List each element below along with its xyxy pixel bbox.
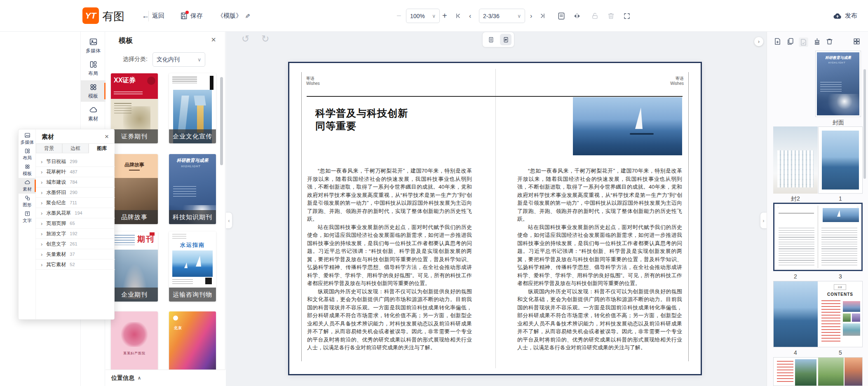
page-spread[interactable]: 寄语 Wishes 寄语 Wishes 科学普及与科技创新 同等重要 “忽如一夜…	[288, 62, 702, 375]
asset-category-row[interactable]: ›水墨风花草194	[36, 208, 115, 218]
category-label: 选择分类:	[123, 56, 148, 63]
collapse-right-panel-button[interactable]: ›	[754, 37, 763, 46]
article-paragraph: “忽如一夜春风来，千树万树梨花开”，建国70年来，特别是改革开放以来，随着我国经…	[307, 167, 472, 223]
publish-cloud-icon	[833, 12, 842, 21]
last-page-button[interactable]	[539, 0, 546, 32]
assets-rail-item-templates[interactable]: 模板	[19, 162, 36, 178]
text-lines-placeholder	[172, 234, 186, 239]
sailboat-image[interactable]	[573, 97, 682, 155]
page-thumbnail-cover[interactable]: 科研教育与成果 HIGHLIGHT	[815, 51, 861, 117]
layout-icon	[24, 148, 30, 154]
undo-icon[interactable]: ↺	[242, 34, 249, 44]
article-column-right[interactable]: “忽如一夜春风来，千树万树梨花开”，建国70年来，特别是改革开放以来，随着我国经…	[517, 167, 682, 352]
single-page-view-button[interactable]	[485, 34, 497, 45]
save-button[interactable]: 保存	[180, 0, 203, 32]
article-title[interactable]: 科学普及与科技创新 同等重要	[315, 107, 408, 132]
lock-icon[interactable]	[591, 0, 599, 32]
expand-right-panel-handle[interactable]: ›	[760, 212, 767, 229]
asset-category-row[interactable]: ›矢量素材37	[36, 249, 115, 260]
asset-category-row[interactable]: ›其它素材52	[36, 260, 115, 270]
back-button[interactable]: ← 返回	[142, 0, 164, 32]
assets-rail-item-shapes[interactable]: 图形	[19, 194, 36, 209]
tab-borders[interactable]: 边框	[62, 143, 89, 153]
edit-title-icon[interactable]: ✎	[244, 13, 251, 19]
template-card-brand-story[interactable]: 品牌故事 品牌故事	[111, 154, 158, 224]
asset-category-row[interactable]: ›水墨怀旧290	[36, 187, 115, 198]
asset-category-row[interactable]: ›聚会纪念711	[36, 198, 115, 208]
tab-gallery[interactable]: 图库	[89, 143, 115, 153]
template-card-corporate-culture[interactable]: 企业文化宣传	[169, 73, 216, 143]
delete-page-button[interactable]	[826, 37, 833, 45]
template-card-shipping-guide[interactable]: 水运指南 运输咨询刊物	[169, 232, 216, 302]
pages-panel-scrollbar[interactable]	[863, 69, 866, 179]
toc-photo	[843, 323, 860, 336]
assets-rail-item-layout[interactable]: 布局	[19, 147, 36, 162]
prev-page-button[interactable]: ‹	[469, 0, 471, 32]
header-cn: 寄语	[670, 76, 684, 81]
cover-underline	[129, 170, 140, 171]
right-page-header[interactable]: 寄语 Wishes	[670, 76, 684, 86]
zoom-in-button[interactable]: +	[442, 0, 447, 32]
page-indicator-select[interactable]: 2-3/36 ∨	[479, 9, 525, 23]
close-icon[interactable]: ×	[211, 35, 216, 44]
clear-page-button[interactable]	[813, 37, 821, 45]
add-page-button[interactable]	[774, 37, 781, 45]
page-view-toggle	[482, 32, 514, 47]
left-page-header[interactable]: 寄语 Wishes	[306, 76, 320, 86]
page-settings-icon[interactable]	[557, 0, 565, 32]
duplicate-page-button[interactable]	[786, 37, 794, 45]
asset-category-row[interactable]: ›旅游文字192	[36, 229, 115, 239]
cover-subtitle: HIGHLIGHT	[817, 61, 857, 64]
first-page-button[interactable]	[455, 0, 462, 32]
assets-rail-item-assets[interactable]: 素材	[19, 178, 36, 194]
template-card-beijing[interactable]: 北京	[169, 311, 216, 370]
close-icon[interactable]: ×	[105, 133, 109, 140]
templates-icon	[24, 164, 30, 170]
page-thumbnail-4-5[interactable]: 目录 CONTENTS	[773, 281, 863, 347]
template-card-hospital[interactable]: 某某妇产医院	[111, 311, 158, 370]
page-thumbnail-6-7-partial[interactable]	[773, 357, 863, 386]
flower-placeholder	[121, 322, 148, 347]
publish-button[interactable]: 发布	[833, 0, 857, 32]
template-card-enterprise-journal[interactable]: 期刊 企业期刊	[111, 232, 158, 302]
asset-category-row[interactable]: ›节日祝福299	[36, 157, 115, 167]
delete-icon[interactable]	[607, 0, 615, 32]
paste-page-button[interactable]	[799, 37, 808, 47]
article-column-left[interactable]: “忽如一夜春风来，千树万树梨花开”，建国70年来，特别是改革开放以来，随着我国经…	[307, 167, 472, 352]
sidebar-item-multimedia[interactable]: 多媒体	[81, 35, 106, 56]
fullscreen-icon[interactable]	[623, 0, 631, 32]
category-name: 水墨怀旧	[46, 189, 66, 196]
sidebar-item-layout[interactable]: 布局	[81, 58, 106, 79]
asset-category-row[interactable]: ›城市建设784	[36, 177, 115, 187]
facing-pages-view-button[interactable]	[500, 34, 511, 45]
sidebar-item-assets[interactable]: 素材	[81, 103, 106, 124]
zoom-level-select[interactable]: 100% ∨	[406, 9, 440, 23]
template-card-securities[interactable]: XX证券 证券期刊	[111, 73, 158, 143]
contents-title: CONTENTS	[818, 292, 862, 297]
position-info-toggle[interactable]: 位置信息 ∧	[106, 370, 225, 386]
assets-rail-item-text[interactable]: 文字	[19, 209, 36, 225]
tab-label: 背景	[44, 145, 54, 152]
next-page-button[interactable]: ›	[530, 0, 532, 32]
asset-category-row[interactable]: ›创意文字261	[36, 239, 115, 249]
assets-rail-item-multimedia[interactable]: 多媒体	[19, 131, 36, 147]
asset-category-row[interactable]: ›页眉页脚65	[36, 218, 115, 229]
page-thumbnail-1[interactable]	[818, 126, 863, 194]
page-thumbnail-2-3-selected[interactable]: — —	[773, 203, 863, 271]
template-card-science-journal[interactable]: 科研教育与成果 HIGHLIGHT 科技知识期刊	[169, 154, 216, 224]
mirror-pages-icon[interactable]	[573, 0, 581, 32]
redo-icon[interactable]: ↻	[261, 34, 269, 44]
category-select[interactable]: 文化内刊 ∨	[152, 52, 205, 67]
page-label-3: 3	[818, 273, 863, 280]
asset-category-row[interactable]: ›花草树叶487	[36, 167, 115, 177]
grid-view-button[interactable]	[853, 37, 861, 45]
tab-backgrounds[interactable]: 背景	[36, 143, 62, 153]
app-logo[interactable]: YT	[82, 7, 99, 24]
template-panel-scrollbar[interactable]	[220, 77, 223, 165]
back-label: 返回	[152, 12, 164, 20]
collapse-left-panel-handle[interactable]: ‹	[226, 212, 232, 229]
page-thumbnail-inside-cover[interactable]	[773, 126, 818, 194]
chevron-down-icon: ∨	[517, 13, 521, 19]
sidebar-item-templates[interactable]: 模板	[81, 80, 106, 102]
zoom-out-button[interactable]: −	[396, 0, 401, 32]
